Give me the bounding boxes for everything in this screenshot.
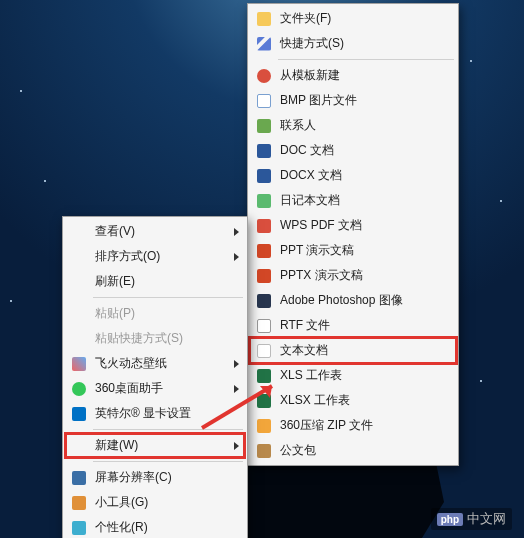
view-icon <box>69 224 89 240</box>
submenu-item-label: DOCX 文档 <box>280 167 450 184</box>
submenu-item-label: RTF 文件 <box>280 317 450 334</box>
submenu-item-label: 快捷方式(S) <box>280 35 450 52</box>
submenu-item-label: PPT 演示文稿 <box>280 242 450 259</box>
menu-item-gadgets[interactable]: 小工具(G) <box>65 490 245 515</box>
ppt-icon <box>254 243 274 259</box>
menu-item-desk360[interactable]: 360桌面助手 <box>65 376 245 401</box>
menu-item-label: 粘贴(P) <box>95 305 239 322</box>
menu-item-label: 飞火动态壁纸 <box>95 355 224 372</box>
shortcut-icon <box>254 36 274 52</box>
menu-item-resolution[interactable]: 屏幕分辨率(C) <box>65 465 245 490</box>
menu-item-wallpaper[interactable]: 飞火动态壁纸 <box>65 351 245 376</box>
pdf-icon <box>254 218 274 234</box>
submenu-item-contact[interactable]: 联系人 <box>250 113 456 138</box>
xls-icon <box>254 368 274 384</box>
submenu-item-label: XLS 工作表 <box>280 367 450 384</box>
sort-icon <box>69 249 89 265</box>
submenu-item-label: 日记本文档 <box>280 192 450 209</box>
personalize-icon <box>69 520 89 536</box>
submenu-item-xls[interactable]: XLS 工作表 <box>250 363 456 388</box>
submenu-item-label: PPTX 演示文稿 <box>280 267 450 284</box>
menu-item-personalize[interactable]: 个性化(R) <box>65 515 245 538</box>
submenu-item-label: Adobe Photoshop 图像 <box>280 292 450 309</box>
submenu-item-label: DOC 文档 <box>280 142 450 159</box>
menu-item-paste-shortcut: 粘贴快捷方式(S) <box>65 326 245 351</box>
submenu-arrow-icon <box>234 442 239 450</box>
watermark-badge: php <box>437 513 463 526</box>
submenu-item-pdf[interactable]: WPS PDF 文档 <box>250 213 456 238</box>
menu-item-new[interactable]: 新建(W) <box>65 433 245 458</box>
xlsx-icon <box>254 393 274 409</box>
submenu-item-txt[interactable]: 文本文档 <box>250 338 456 363</box>
submenu-item-shortcut[interactable]: 快捷方式(S) <box>250 31 456 56</box>
menu-item-view[interactable]: 查看(V) <box>65 219 245 244</box>
menu-item-label: 360桌面助手 <box>95 380 224 397</box>
bmp-icon <box>254 93 274 109</box>
refresh-icon <box>69 274 89 290</box>
menu-separator <box>93 297 243 298</box>
gadget-icon <box>69 495 89 511</box>
menu-item-paste: 粘贴(P) <box>65 301 245 326</box>
briefcase-icon <box>254 443 274 459</box>
360-icon <box>69 381 89 397</box>
menu-item-refresh[interactable]: 刷新(E) <box>65 269 245 294</box>
submenu-item-psd[interactable]: Adobe Photoshop 图像 <box>250 288 456 313</box>
submenu-item-briefcase[interactable]: 公文包 <box>250 438 456 463</box>
menu-item-label: 英特尔® 显卡设置 <box>95 405 239 422</box>
submenu-item-docx[interactable]: DOCX 文档 <box>250 163 456 188</box>
watermark-text: 中文网 <box>467 510 506 528</box>
zip-icon <box>254 418 274 434</box>
txt-icon <box>254 343 274 359</box>
menu-item-label: 屏幕分辨率(C) <box>95 469 239 486</box>
submenu-item-xlsx[interactable]: XLSX 工作表 <box>250 388 456 413</box>
menu-item-label: 查看(V) <box>95 223 224 240</box>
wallpaper-icon <box>69 356 89 372</box>
intel-icon <box>69 406 89 422</box>
submenu-item-label: 文本文档 <box>280 342 450 359</box>
submenu-item-label: 文件夹(F) <box>280 10 450 27</box>
submenu-item-label: BMP 图片文件 <box>280 92 450 109</box>
docx-icon <box>254 168 274 184</box>
menu-item-label: 粘贴快捷方式(S) <box>95 330 239 347</box>
submenu-arrow-icon <box>234 360 239 368</box>
folder-icon <box>254 11 274 27</box>
submenu-item-doc[interactable]: DOC 文档 <box>250 138 456 163</box>
rtf-icon <box>254 318 274 334</box>
submenu-item-label: 360压缩 ZIP 文件 <box>280 417 450 434</box>
submenu-item-folder[interactable]: 文件夹(F) <box>250 6 456 31</box>
contact-icon <box>254 118 274 134</box>
submenu-separator <box>278 59 454 60</box>
diary-icon <box>254 193 274 209</box>
submenu-item-bmp[interactable]: BMP 图片文件 <box>250 88 456 113</box>
template-icon <box>254 68 274 84</box>
submenu-arrow-icon <box>234 385 239 393</box>
submenu-item-ppt[interactable]: PPT 演示文稿 <box>250 238 456 263</box>
menu-item-label: 刷新(E) <box>95 273 239 290</box>
menu-item-label: 个性化(R) <box>95 519 239 536</box>
paste-shortcut-icon <box>69 331 89 347</box>
submenu-arrow-icon <box>234 253 239 261</box>
menu-separator <box>93 429 243 430</box>
submenu-item-label: 公文包 <box>280 442 450 459</box>
submenu-item-rtf[interactable]: RTF 文件 <box>250 313 456 338</box>
submenu-item-diary[interactable]: 日记本文档 <box>250 188 456 213</box>
doc-icon <box>254 143 274 159</box>
submenu-item-label: 从模板新建 <box>280 67 450 84</box>
menu-item-intel[interactable]: 英特尔® 显卡设置 <box>65 401 245 426</box>
submenu-item-zip[interactable]: 360压缩 ZIP 文件 <box>250 413 456 438</box>
submenu-arrow-icon <box>234 228 239 236</box>
menu-item-label: 小工具(G) <box>95 494 239 511</box>
menu-item-label: 新建(W) <box>95 437 224 454</box>
watermark: php 中文网 <box>431 508 512 530</box>
paste-icon <box>69 306 89 322</box>
ps-icon <box>254 293 274 309</box>
submenu-item-label: 联系人 <box>280 117 450 134</box>
menu-separator <box>93 461 243 462</box>
monitor-icon <box>69 470 89 486</box>
context-submenu-new: 文件夹(F)快捷方式(S)从模板新建BMP 图片文件联系人DOC 文档DOCX … <box>247 3 459 466</box>
menu-item-sort[interactable]: 排序方式(O) <box>65 244 245 269</box>
submenu-item-template[interactable]: 从模板新建 <box>250 63 456 88</box>
submenu-item-label: XLSX 工作表 <box>280 392 450 409</box>
submenu-item-label: WPS PDF 文档 <box>280 217 450 234</box>
submenu-item-pptx[interactable]: PPTX 演示文稿 <box>250 263 456 288</box>
